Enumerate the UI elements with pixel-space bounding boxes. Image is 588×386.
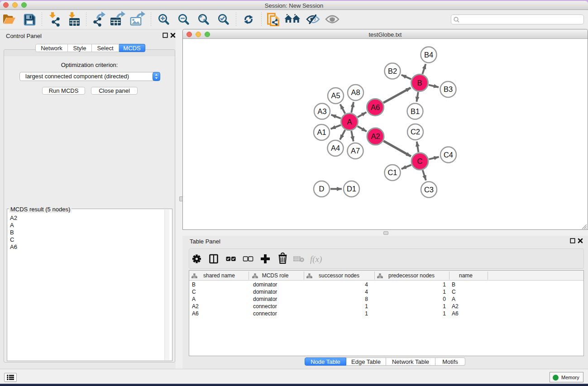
svg-text:D: D: [319, 185, 325, 193]
svg-text:A2: A2: [371, 132, 380, 140]
svg-text:A5: A5: [331, 91, 340, 100]
svg-text:A1: A1: [317, 128, 326, 136]
svg-text:C: C: [417, 157, 423, 165]
svg-text:B: B: [417, 79, 422, 87]
svg-text:B2: B2: [388, 67, 397, 75]
svg-text:f(x): f(x): [310, 254, 322, 264]
svg-text:B1: B1: [411, 107, 420, 115]
svg-text:C1: C1: [387, 168, 397, 176]
svg-text:A8: A8: [351, 88, 360, 96]
svg-text:B4: B4: [424, 51, 433, 59]
svg-text:A4: A4: [331, 144, 340, 152]
svg-text:A3: A3: [317, 107, 326, 115]
svg-text:B3: B3: [444, 85, 453, 93]
svg-text:C3: C3: [424, 186, 434, 194]
svg-text:A7: A7: [351, 147, 360, 155]
svg-text:C4: C4: [444, 151, 453, 159]
svg-text:A: A: [347, 118, 352, 126]
svg-text:A6: A6: [371, 103, 380, 111]
svg-text:C2: C2: [411, 128, 420, 136]
svg-text:D1: D1: [347, 185, 356, 193]
